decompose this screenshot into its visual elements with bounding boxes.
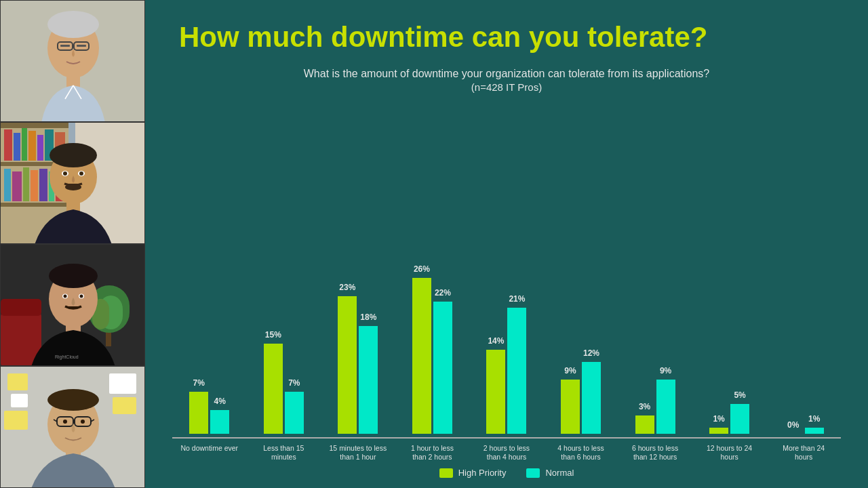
bar-fill-normal: 22% xyxy=(433,302,452,434)
bar-label-normal: 9% xyxy=(660,366,671,375)
x-axis-label: 4 hours to less than 6 hours xyxy=(552,444,610,462)
svg-rect-18 xyxy=(22,128,27,161)
svg-point-68 xyxy=(81,420,85,424)
bar-label-hp: 15% xyxy=(265,330,281,340)
svg-rect-4 xyxy=(77,45,86,47)
bar-group: 0%1% xyxy=(784,428,824,434)
bar-normal: 9% xyxy=(656,380,675,434)
x-axis-label: 1 hour to less than 2 hours xyxy=(403,444,461,462)
bar-fill-hp: 9% xyxy=(561,380,580,434)
svg-rect-26 xyxy=(31,170,38,201)
bar-fill-hp: 1% xyxy=(709,428,728,434)
video-tile-4 xyxy=(0,366,145,488)
x-axis-label: 15 minutes to less than 1 hour xyxy=(329,444,387,462)
bar-normal: 7% xyxy=(285,392,304,434)
bar-fill-normal: 21% xyxy=(507,308,526,434)
bar-normal: 21% xyxy=(507,308,526,434)
bar-fill-normal: 7% xyxy=(285,392,304,434)
svg-rect-23 xyxy=(4,169,11,201)
svg-rect-55 xyxy=(7,373,28,390)
bar-fill-hp: 7% xyxy=(189,392,208,434)
bar-group: 26%22% xyxy=(412,278,452,434)
bar-normal: 5% xyxy=(730,404,749,434)
svg-rect-25 xyxy=(23,167,29,201)
bar-fill-normal: 18% xyxy=(359,326,378,434)
bar-label-hp: 1% xyxy=(713,414,724,424)
svg-point-2 xyxy=(47,11,99,38)
svg-point-32 xyxy=(50,143,97,167)
svg-point-50 xyxy=(64,295,67,298)
bar-label-normal: 22% xyxy=(435,288,451,298)
svg-rect-3 xyxy=(60,45,70,47)
sidebar: RightCloud xyxy=(0,0,145,488)
x-axis-labels: No downtime everLess than 15 minutes15 m… xyxy=(172,439,841,462)
svg-rect-41 xyxy=(1,299,41,316)
bar-fill-hp: 26% xyxy=(412,278,431,434)
bar-label-hp: 9% xyxy=(564,366,576,375)
svg-point-36 xyxy=(79,171,83,176)
bar-label-hp: 26% xyxy=(414,264,430,274)
bar-group: 23%18% xyxy=(338,296,378,434)
x-axis-label: 6 hours to less than 12 hours xyxy=(627,444,684,462)
bar-hp: 1% xyxy=(709,428,728,434)
bar-fill-hp: 15% xyxy=(264,344,283,434)
svg-rect-17 xyxy=(14,133,20,161)
svg-point-61 xyxy=(47,389,99,411)
bar-label-hp: 23% xyxy=(339,283,355,292)
svg-point-51 xyxy=(80,295,83,298)
svg-point-37 xyxy=(65,184,81,190)
svg-point-47 xyxy=(49,264,98,288)
bar-fill-normal: 9% xyxy=(656,380,675,434)
bar-label-normal: 12% xyxy=(583,348,599,358)
bar-label-normal: 4% xyxy=(214,396,226,406)
legend-high-priority: High Priority xyxy=(439,468,507,478)
bar-normal: 12% xyxy=(582,362,601,434)
slide-title: How much downtime can you tolerate? xyxy=(145,0,868,61)
bar-fill-hp: 3% xyxy=(635,415,654,434)
bar-group: 15%7% xyxy=(264,344,304,434)
svg-point-35 xyxy=(63,171,67,176)
bar-hp: 7% xyxy=(189,392,208,434)
bar-normal: 22% xyxy=(433,302,452,434)
chart-area: 7%4%15%7%23%18%26%22%14%21%9%12%3%9%1%5%… xyxy=(145,93,868,488)
bar-hp: 15% xyxy=(264,344,283,434)
bar-fill-hp: 23% xyxy=(338,296,357,434)
svg-rect-57 xyxy=(4,411,28,430)
svg-text:RightCloud: RightCloud xyxy=(55,354,79,360)
bar-label-hp: 7% xyxy=(193,378,205,388)
svg-rect-58 xyxy=(109,373,136,394)
main-slide: How much downtime can you tolerate? What… xyxy=(145,0,868,488)
bar-fill-hp: 14% xyxy=(486,350,505,434)
bar-hp: 14% xyxy=(486,350,505,434)
video-tile-2 xyxy=(0,122,145,244)
video-tile-1 xyxy=(0,0,145,122)
legend-hp-label: High Priority xyxy=(458,468,507,478)
svg-rect-20 xyxy=(37,135,43,161)
legend-normal-label: Normal xyxy=(545,468,574,478)
bar-chart: 7%4%15%7%23%18%26%22%14%21%9%12%3%9%1%5%… xyxy=(172,100,841,438)
bar-label-normal: 7% xyxy=(288,378,300,388)
bar-normal: 18% xyxy=(359,326,378,434)
bar-label-hp: 14% xyxy=(488,336,504,346)
chart-legend: High Priority Normal xyxy=(172,462,841,481)
svg-rect-24 xyxy=(12,171,22,201)
slide-subtitle2: (n=428 IT Pros) xyxy=(145,80,868,93)
legend-normal: Normal xyxy=(526,468,574,478)
x-axis-label: No downtime ever xyxy=(180,444,238,462)
bar-hp: 3% xyxy=(635,415,654,434)
svg-rect-27 xyxy=(39,169,47,201)
legend-hp-color xyxy=(439,468,453,478)
legend-normal-color xyxy=(526,468,540,478)
svg-rect-13 xyxy=(1,123,68,128)
bar-label-hp: 0% xyxy=(787,420,799,430)
bar-fill-normal: 1% xyxy=(805,428,824,434)
bar-fill-normal: 4% xyxy=(210,410,229,434)
x-axis-label: 12 hours to 24 hours xyxy=(701,444,758,462)
x-axis-label: Less than 15 minutes xyxy=(255,444,313,462)
video-tile-3: RightCloud xyxy=(0,244,145,366)
bar-label-hp: 3% xyxy=(639,402,650,411)
bar-group: 9%12% xyxy=(561,362,601,434)
bar-label-normal: 18% xyxy=(360,312,376,322)
x-axis-label: More than 24 hours xyxy=(775,444,833,462)
bar-hp: 9% xyxy=(561,380,580,434)
